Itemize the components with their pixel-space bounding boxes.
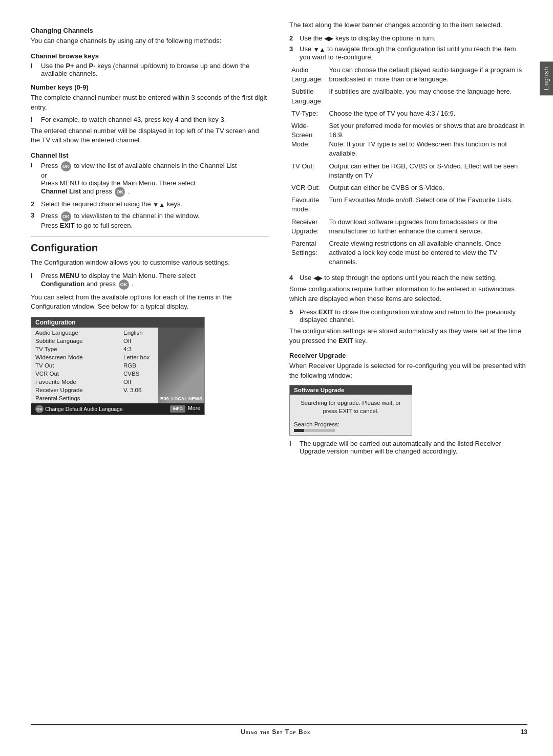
section-divider bbox=[31, 236, 269, 237]
config-channel-bar: B09 LOCAL NEWS bbox=[158, 396, 204, 401]
arrow-down-up-icon: ▼▲ bbox=[153, 201, 165, 208]
page-number: 13 bbox=[521, 728, 527, 736]
config-row-parental: Parental Settings bbox=[31, 394, 158, 402]
right-step4: 4 Use ◀▶ to step through the options unt… bbox=[289, 274, 527, 282]
changing-channels-heading: Changing Channels bbox=[31, 27, 269, 34]
config-table: Audio Language English Subtitle Language… bbox=[31, 328, 158, 403]
settings-desc-receiver: To download software upgrades from broad… bbox=[327, 216, 527, 237]
right-column: The text along the lower banner changes … bbox=[284, 20, 527, 714]
settings-desc-tvtype: Choose the type of TV you have 4:3 / 16:… bbox=[327, 107, 527, 120]
settings-row-tvtype: TV-Type: Choose the type of TV you have … bbox=[289, 107, 527, 120]
number-keys-step1: l For example, to watch channel 43, pres… bbox=[31, 116, 269, 123]
settings-label-subtitle: SubtitleLanguage bbox=[289, 85, 327, 107]
settings-label-tvtype: TV-Type: bbox=[289, 107, 327, 120]
config-screenshot-box: Configuration Audio Language English Sub… bbox=[31, 317, 205, 415]
channel-list-step3-text: Press OK to view/listen to the channel i… bbox=[41, 211, 199, 229]
channel-list-step3: 3 Press OK to view/listen to the channel… bbox=[31, 211, 269, 229]
right-step4-text: Use ◀▶ to step through the options until… bbox=[300, 274, 497, 282]
config-p2: You can select from the available option… bbox=[31, 293, 269, 312]
upgrade-box: Software Upgrade Searching for upgrade. … bbox=[289, 385, 412, 436]
progress-bar-fill bbox=[294, 429, 304, 432]
channel-list-heading: Channel list bbox=[31, 152, 269, 159]
info-small-icon: INFO bbox=[170, 405, 185, 413]
ok-button-icon2: OK bbox=[115, 187, 125, 197]
config-row-tvtype: TV Type 4:3 bbox=[31, 345, 158, 353]
config-row-widescreen: Widescreen Mode Letter box bbox=[31, 353, 158, 361]
config-row-receiver: Receiver Upgrade V. 3.06 bbox=[31, 386, 158, 394]
config-box-body: Audio Language English Subtitle Language… bbox=[31, 328, 204, 403]
config-row-audio: Audio Language English bbox=[31, 329, 158, 337]
settings-desc-favourite: Turn Favourites Mode on/off. Select one … bbox=[327, 194, 527, 215]
settings-row-parental: ParentalSettings: Create viewing restric… bbox=[289, 237, 527, 269]
config-row-favourite: Favourite Mode Off bbox=[31, 378, 158, 386]
config-footer-ok: OK Change Default Audio Language bbox=[35, 405, 123, 413]
config-step1-text: Press MENU to display the Main Menu. The… bbox=[41, 272, 196, 290]
settings-row-tvout: TV Out: Output can either be RGB, CVBS o… bbox=[289, 160, 527, 182]
right-step-num-4: 4 bbox=[289, 274, 296, 282]
number-keys-step1-text: For example, to watch channel 43, press … bbox=[41, 116, 226, 123]
settings-row-vcrout: VCR Out: Output can either be CVBS or S-… bbox=[289, 182, 527, 194]
upgrade-body: Searching for upgrade. Please wait, or p… bbox=[290, 395, 412, 419]
stored-note: The configuration settings are stored au… bbox=[289, 327, 527, 346]
settings-desc-audio: You can choose the default played audio … bbox=[327, 64, 527, 85]
right-p1: The text along the lower banner changes … bbox=[289, 20, 527, 30]
settings-label-receiver: ReceiverUpgrade: bbox=[289, 216, 327, 237]
config-intro: The Configuration window allows you to c… bbox=[31, 258, 269, 268]
left-column: Changing Channels You can change channel… bbox=[31, 20, 269, 714]
settings-label-parental: ParentalSettings: bbox=[289, 237, 327, 269]
progress-bar-container bbox=[294, 429, 335, 432]
page-footer: Using the Set Top Box 13 bbox=[31, 724, 527, 736]
number-keys-p1: The complete channel number must be ente… bbox=[31, 93, 269, 113]
right-step3: 3 Use ▼▲ to navigate through the configu… bbox=[289, 45, 527, 61]
step-num-3: 3 bbox=[31, 211, 38, 229]
settings-label-vcrout: VCR Out: bbox=[289, 182, 327, 194]
footer-label: Using the Set Top Box bbox=[241, 728, 310, 736]
right-step5: 5 Press EXIT to close the configuration … bbox=[289, 308, 527, 323]
config-box-header: Configuration bbox=[31, 317, 204, 328]
settings-label-audio: AudioLanguage: bbox=[289, 64, 327, 85]
english-tab: English bbox=[540, 61, 553, 95]
page-container: English Changing Channels You can change… bbox=[0, 0, 553, 756]
right-step2-text: Use the ◀▶ keys to display the options i… bbox=[300, 34, 436, 42]
right-step-num-2: 2 bbox=[289, 34, 296, 42]
settings-desc-tvout: Output can either be RGB, CVBS or S-Vide… bbox=[327, 160, 527, 182]
left-right-arrow-icon2: ◀▶ bbox=[313, 274, 323, 282]
receiver-upgrade-heading: Receiver Upgrade bbox=[289, 352, 527, 359]
number-keys-heading: Number keys (0-9) bbox=[31, 83, 269, 91]
receiver-upgrade-p1: When Receiver Upgrade is selected for re… bbox=[289, 361, 527, 381]
step-marker-l2: l bbox=[31, 116, 38, 123]
upgrade-step1: l The upgrade will be carried out automa… bbox=[289, 440, 527, 455]
config-footer: OK Change Default Audio Language INFO Mo… bbox=[31, 403, 204, 415]
right-step-num-5: 5 bbox=[289, 308, 296, 323]
upgrade-progress-label: Search Progress: bbox=[294, 421, 339, 427]
channel-list-step1: l Press OK to view the list of available… bbox=[31, 161, 269, 197]
settings-desc-vcrout: Output can either be CVBS or S-Video. bbox=[327, 182, 527, 194]
upgrade-progress: Search Progress: bbox=[290, 419, 412, 435]
settings-label-widescreen: Wide-ScreenMode: bbox=[289, 120, 327, 160]
settings-label-tvout: TV Out: bbox=[289, 160, 327, 182]
configuration-heading: Configuration bbox=[31, 242, 269, 254]
channel-browse-heading: Channel browse keys bbox=[31, 52, 269, 60]
step-num-1: l bbox=[31, 161, 38, 197]
settings-desc-widescreen: Set your preferred mode for movies or sh… bbox=[327, 120, 527, 160]
ok-button-icon3: OK bbox=[61, 211, 71, 222]
config-row-subtitle: Subtitle Language Off bbox=[31, 337, 158, 345]
settings-row-widescreen: Wide-ScreenMode: Set your preferred mode… bbox=[289, 120, 527, 160]
channel-browse-step1-text: Use the P+ and P- keys (channel up/down)… bbox=[41, 62, 269, 77]
upgrade-step-num-1: l bbox=[289, 440, 296, 455]
changing-channels-intro: You can change channels by using any of … bbox=[31, 36, 269, 46]
config-step-num-1: l bbox=[31, 272, 38, 290]
right-step-num-3: 3 bbox=[289, 45, 296, 61]
upgrade-step1-text: The upgrade will be carried out automati… bbox=[300, 440, 527, 455]
subwindow-note: Some configurations require further info… bbox=[289, 285, 527, 304]
ok-small-icon: OK bbox=[35, 405, 44, 413]
config-row-tvout: TV Out RGB bbox=[31, 361, 158, 370]
left-right-arrow-icon: ◀▶ bbox=[324, 35, 333, 42]
config-image: B09 LOCAL NEWS bbox=[158, 328, 204, 403]
settings-table: AudioLanguage: You can choose the defaul… bbox=[289, 64, 527, 269]
number-keys-p2: The entered channel number will be displ… bbox=[31, 126, 269, 146]
channel-list-step2: 2 Select the required channel using the … bbox=[31, 200, 269, 208]
channel-browse-step1: l Use the P+ and P- keys (channel up/dow… bbox=[31, 62, 269, 77]
settings-desc-subtitle: If subtitles are availbable, you may cho… bbox=[327, 85, 527, 107]
ok-button-icon4: OK bbox=[119, 279, 129, 290]
